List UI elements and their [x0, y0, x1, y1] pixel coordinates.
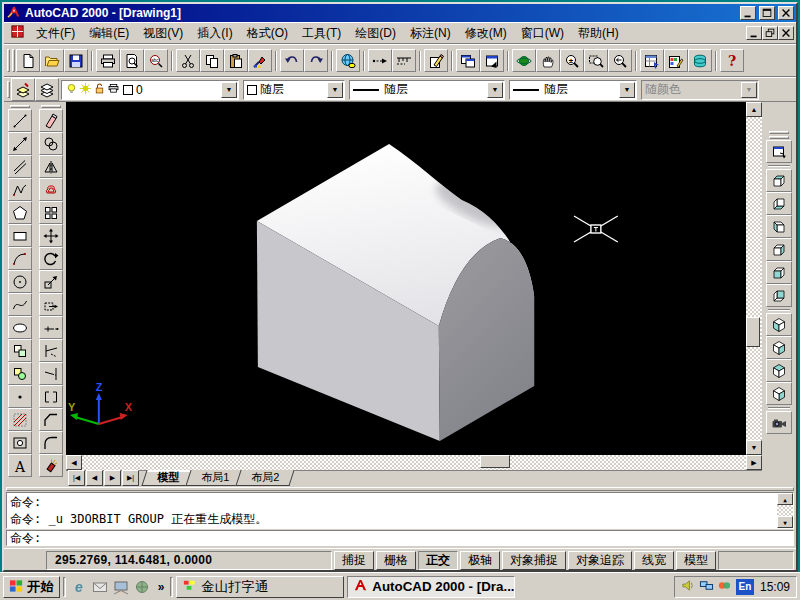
command-prompt[interactable]: 命令: — [6, 530, 794, 546]
dbconnect-button[interactable] — [688, 49, 712, 72]
child-minimize-button[interactable] — [746, 26, 762, 40]
break-button[interactable] — [39, 385, 63, 408]
menu-edit[interactable]: 编辑(E) — [82, 22, 136, 45]
nw-isometric-button[interactable] — [766, 382, 792, 405]
erase-button[interactable] — [39, 109, 63, 132]
ime-icon[interactable] — [717, 578, 732, 596]
previous-tab-button[interactable]: ◀ — [86, 470, 103, 486]
scroll-up-icon[interactable]: ▲ — [777, 493, 793, 505]
move-button[interactable] — [39, 224, 63, 247]
scroll-up-icon[interactable]: ▲ — [746, 102, 762, 117]
line-button[interactable] — [8, 109, 32, 132]
hatch-button[interactable] — [8, 408, 32, 431]
multiline-button[interactable] — [8, 155, 32, 178]
help-button[interactable]: ? — [720, 49, 744, 72]
track-point-button[interactable] — [368, 49, 392, 72]
rotate-button[interactable] — [39, 247, 63, 270]
trim-button[interactable] — [39, 339, 63, 362]
save-button[interactable] — [64, 49, 88, 72]
designcenter-button[interactable] — [640, 49, 664, 72]
region-button[interactable] — [8, 431, 32, 454]
spelling-button[interactable]: abc — [144, 49, 168, 72]
chevron-down-icon[interactable]: ▼ — [327, 82, 343, 98]
open-button[interactable] — [40, 49, 64, 72]
construction-line-button[interactable] — [8, 132, 32, 155]
point-button[interactable] — [8, 385, 32, 408]
layer-combo[interactable]: 0 ▼ — [61, 80, 239, 100]
make-object-layer-current-button[interactable] — [11, 78, 35, 101]
zoom-realtime-button[interactable]: ± — [560, 49, 584, 72]
toolbar-grip[interactable] — [7, 49, 10, 72]
scroll-down-icon[interactable]: ▼ — [777, 516, 793, 528]
last-tab-button[interactable]: ▶| — [122, 470, 139, 486]
status-toggle-lwt[interactable]: 线宽 — [634, 551, 674, 570]
fillet-button[interactable] — [39, 431, 63, 454]
ie-browser-icon[interactable]: e — [69, 577, 89, 597]
zoom-window-button[interactable] — [584, 49, 608, 72]
network-icon[interactable] — [699, 578, 714, 596]
paste-button[interactable] — [224, 49, 248, 72]
minimize-button[interactable] — [740, 6, 756, 20]
menu-help[interactable]: 帮助(H) — [571, 22, 626, 45]
show-desktop-icon[interactable] — [111, 577, 131, 597]
copy-object-button[interactable] — [39, 132, 63, 155]
new-button[interactable] — [16, 49, 40, 72]
command-scroll-track[interactable] — [777, 505, 793, 516]
camera-button[interactable] — [766, 411, 792, 434]
chevron-down-icon[interactable]: ▼ — [221, 82, 237, 98]
vertical-scrollbar[interactable]: ▲ ▼ — [746, 102, 762, 455]
match-properties-button[interactable] — [248, 49, 272, 72]
drawing-file-icon[interactable] — [10, 24, 25, 42]
vertical-scroll-thumb[interactable] — [746, 317, 760, 347]
mirror-button[interactable] — [39, 155, 63, 178]
undo-button[interactable] — [280, 49, 304, 72]
lineweight-combo[interactable]: 随层 ▼ — [509, 80, 637, 100]
panels-button[interactable] — [456, 49, 480, 72]
vertical-scroll-track[interactable] — [746, 117, 762, 440]
explode-button[interactable] — [39, 454, 63, 477]
front-view-button[interactable] — [766, 261, 792, 284]
print-button[interactable] — [96, 49, 120, 72]
drawing-canvas[interactable]: Z Y X — [66, 102, 746, 455]
toolbar-grip[interactable] — [769, 136, 789, 139]
toolbar-grip[interactable] — [41, 105, 61, 108]
scroll-left-icon[interactable]: ◀ — [66, 455, 82, 470]
stretch-button[interactable] — [39, 293, 63, 316]
make-block-button[interactable] — [8, 362, 32, 385]
volume-icon[interactable] — [681, 578, 696, 596]
status-toggle-polar[interactable]: 极轴 — [460, 551, 500, 570]
language-indicator[interactable]: En — [736, 579, 754, 595]
status-toggle-snap[interactable]: 捕捉 — [334, 551, 374, 570]
maximize-button[interactable] — [759, 6, 775, 20]
pan-realtime-button[interactable] — [536, 49, 560, 72]
task-button-typing-tutor[interactable]: 金山打字通 — [176, 576, 344, 598]
layers-button[interactable] — [35, 78, 59, 101]
media-channels-icon[interactable] — [132, 577, 152, 597]
menu-tools[interactable]: 工具(T) — [295, 22, 348, 45]
command-window-splitter[interactable] — [6, 487, 794, 491]
properties-painter-button[interactable] — [664, 49, 688, 72]
cut-button[interactable] — [176, 49, 200, 72]
top-view-button[interactable] — [766, 169, 792, 192]
ellipse-button[interactable] — [8, 316, 32, 339]
back-view-button[interactable] — [766, 284, 792, 307]
menu-format[interactable]: 格式(O) — [240, 22, 295, 45]
offset-button[interactable] — [39, 178, 63, 201]
toolbar-grip[interactable] — [769, 131, 789, 134]
tab-layout2[interactable]: 布局2 — [236, 470, 295, 486]
named-views-button[interactable] — [766, 140, 792, 163]
first-tab-button[interactable]: |◀ — [68, 470, 85, 486]
task-button-autocad[interactable]: AutoCAD 2000 - [Dra... — [347, 576, 515, 598]
menu-modify[interactable]: 修改(M) — [458, 22, 514, 45]
scroll-right-icon[interactable]: ▶ — [746, 455, 762, 470]
status-toggle-ortho[interactable]: 正交 — [418, 551, 458, 570]
chevron-down-icon[interactable]: ▼ — [619, 82, 635, 98]
scroll-down-icon[interactable]: ▼ — [746, 440, 762, 455]
sw-isometric-button[interactable] — [766, 313, 792, 336]
left-view-button[interactable] — [766, 215, 792, 238]
horizontal-scroll-thumb[interactable] — [480, 455, 510, 468]
status-toggle-otrack[interactable]: 对象追踪 — [568, 551, 632, 570]
snap-from-button[interactable] — [392, 49, 416, 72]
polyline-button[interactable] — [8, 178, 32, 201]
toolbar-grip[interactable] — [12, 49, 15, 72]
